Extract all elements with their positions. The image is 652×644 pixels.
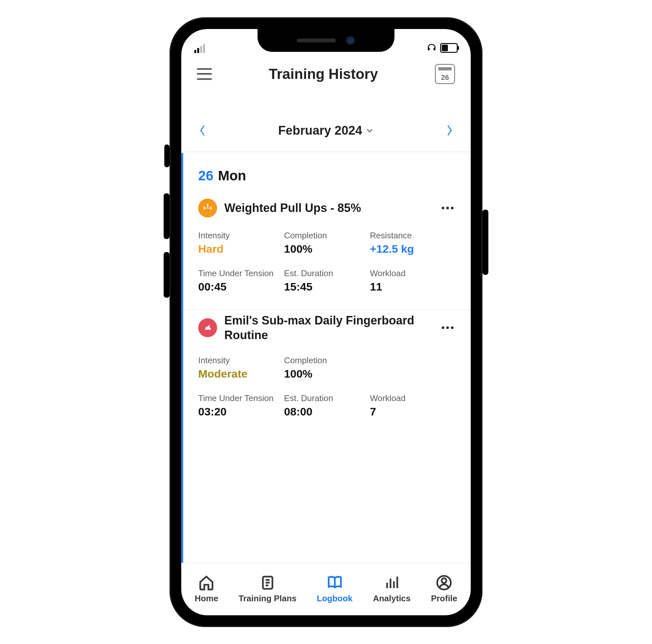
next-month-button[interactable] — [443, 124, 456, 137]
power-button — [483, 210, 488, 275]
volume-down-button — [164, 252, 169, 298]
stat-label: Completion — [284, 231, 370, 241]
stat-label: Est. Duration — [284, 393, 370, 403]
svg-point-13 — [442, 578, 446, 583]
cellular-signal-icon — [194, 44, 205, 53]
day-header: 26 Mon — [183, 168, 471, 195]
tab-label: Profile — [431, 593, 457, 603]
tab-label: Home — [195, 593, 218, 603]
stat-label: Intensity — [198, 355, 284, 366]
tut-value: 03:20 — [198, 405, 284, 418]
headphones-icon — [427, 43, 436, 53]
tab-training-plans[interactable]: Training Plans — [239, 574, 297, 603]
day-number: 26 — [198, 168, 214, 184]
tab-analytics[interactable]: Analytics — [373, 574, 411, 603]
month-dropdown[interactable]: February 2024 — [278, 124, 374, 138]
intensity-value: Moderate — [198, 368, 284, 380]
svg-rect-1 — [434, 48, 436, 50]
stat-label: Resistance — [370, 231, 456, 241]
month-label: February 2024 — [278, 124, 362, 138]
mute-switch — [164, 144, 169, 167]
stat-label: Workload — [370, 268, 456, 278]
volume-up-button — [164, 193, 169, 239]
workout-card[interactable]: Weighted Pull Ups - 85% IntensityHard Co… — [183, 195, 471, 310]
day-of-week: Mon — [218, 168, 246, 184]
barbell-icon — [198, 198, 217, 217]
chevron-down-icon — [365, 126, 374, 135]
workout-card[interactable]: Emil's Sub-max Daily Fingerboard Routine… — [183, 310, 471, 434]
calendar-day-label: 26 — [441, 73, 449, 82]
flex-arm-icon — [198, 318, 217, 337]
tab-home[interactable]: Home — [195, 574, 218, 603]
tab-logbook[interactable]: Logbook — [317, 574, 353, 603]
svg-point-2 — [207, 204, 208, 205]
more-options-button[interactable] — [439, 207, 456, 209]
completion-value: 100% — [284, 243, 370, 255]
bar-chart-icon — [384, 574, 400, 591]
tab-profile[interactable]: Profile — [431, 574, 457, 603]
duration-value: 08:00 — [284, 405, 370, 418]
more-options-button[interactable] — [439, 326, 456, 329]
battery-icon — [440, 43, 458, 53]
svg-rect-0 — [428, 48, 430, 50]
stat-label: Est. Duration — [284, 268, 370, 278]
month-selector: February 2024 — [181, 110, 471, 152]
stat-label: Workload — [370, 393, 456, 403]
document-icon — [260, 574, 276, 591]
app-header: Training History 26 — [181, 54, 471, 93]
speaker-grille — [297, 38, 336, 43]
completion-value: 100% — [284, 368, 370, 380]
intensity-value: Hard — [198, 243, 284, 255]
resistance-value: +12.5 kg — [370, 243, 456, 255]
front-camera — [346, 35, 355, 45]
calendar-button[interactable]: 26 — [435, 64, 455, 84]
workload-value: 11 — [370, 280, 456, 293]
workout-title: Emil's Sub-max Daily Fingerboard Routine — [224, 313, 432, 342]
stat-label: Intensity — [198, 231, 284, 241]
tab-label: Analytics — [373, 593, 411, 603]
stat-label: Time Under Tension — [198, 268, 284, 278]
phone-frame: MTNSA 07:58 Training History 26 — [169, 17, 483, 627]
log-list: 26 Mon Weighted Pull Ups - 85% Intensity… — [181, 153, 471, 563]
tab-bar: Home Training Plans Logbook Analytics Pr… — [181, 563, 471, 615]
book-open-icon — [327, 574, 343, 591]
menu-button[interactable] — [197, 68, 212, 80]
workload-value: 7 — [370, 405, 456, 418]
tab-label: Logbook — [317, 593, 353, 603]
tab-label: Training Plans — [239, 593, 297, 603]
stat-label: Completion — [284, 355, 370, 366]
home-icon — [198, 574, 215, 591]
tut-value: 00:45 — [198, 280, 284, 293]
prev-month-button[interactable] — [196, 124, 209, 137]
stat-label: Time Under Tension — [198, 393, 284, 403]
workout-title: Weighted Pull Ups - 85% — [224, 200, 432, 215]
notch — [257, 29, 395, 52]
duration-value: 15:45 — [284, 280, 370, 293]
profile-icon — [436, 574, 452, 591]
page-title: Training History — [269, 66, 378, 82]
screen: MTNSA 07:58 Training History 26 — [181, 29, 471, 615]
